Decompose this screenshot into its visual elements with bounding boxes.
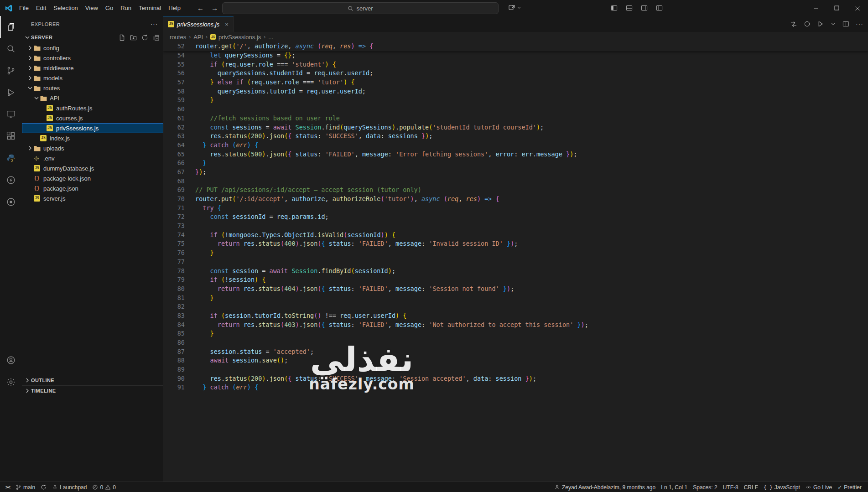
code-line[interactable]: 75 return res.status(400).json({ status:… — [163, 239, 868, 249]
timeline-section-header[interactable]: TIMELINE — [22, 385, 163, 396]
line-number[interactable]: 70 — [163, 195, 185, 204]
extensions-icon[interactable] — [0, 125, 22, 147]
code-line[interactable]: 59 } — [163, 96, 868, 105]
code-line[interactable]: 65 res.status(500).json({ status: 'FAILE… — [163, 150, 868, 159]
breadcrumb-item[interactable]: privSsessions.js — [218, 34, 261, 41]
line-number[interactable]: 80 — [163, 285, 185, 294]
tree-item-package-json[interactable]: {}package.json — [22, 183, 163, 193]
indentation-setting[interactable]: Spaces: 2 — [690, 482, 720, 492]
line-number[interactable]: 90 — [163, 374, 185, 383]
code-line[interactable]: 86 — [163, 338, 868, 347]
breadcrumb-item[interactable]: routes — [170, 34, 186, 41]
menu-terminal[interactable]: Terminal — [135, 0, 165, 16]
code-line[interactable]: 56 querySessions.studentId = req.user.us… — [163, 69, 868, 78]
problems-indicator[interactable]: 0 0 — [89, 482, 118, 492]
line-number[interactable]: 59 — [163, 96, 185, 105]
line-number[interactable]: 64 — [163, 141, 185, 150]
run-code-icon[interactable] — [817, 21, 824, 27]
settings-gear-icon[interactable] — [0, 371, 22, 393]
code-line[interactable]: 82 — [163, 302, 868, 311]
run-dropdown-icon[interactable] — [830, 21, 836, 27]
menu-selection[interactable]: Selection — [50, 0, 81, 16]
line-number[interactable]: 60 — [163, 105, 185, 114]
go-forward-icon[interactable]: → — [211, 4, 218, 12]
tree-item-index-js[interactable]: JSindex.js — [22, 133, 163, 143]
line-number[interactable]: 57 — [163, 78, 185, 87]
line-number[interactable]: 68 — [163, 177, 185, 186]
code-line[interactable]: 78 const session = await Session.findByI… — [163, 267, 868, 276]
line-number[interactable]: 89 — [163, 365, 185, 374]
line-number[interactable]: 67 — [163, 168, 185, 177]
code-line[interactable]: 60 — [163, 105, 868, 114]
code-line[interactable]: 55 if (req.user.role === 'student') { — [163, 60, 868, 69]
eol-setting[interactable]: CRLF — [741, 482, 761, 492]
minimize-button[interactable] — [805, 0, 826, 16]
customize-layout-icon[interactable] — [654, 3, 664, 13]
line-number[interactable]: 79 — [163, 275, 185, 285]
line-number[interactable]: 82 — [163, 302, 185, 311]
line-number[interactable]: 91 — [163, 383, 185, 392]
collapse-folders-icon[interactable] — [153, 34, 160, 41]
tree-item-api[interactable]: API — [22, 93, 163, 103]
tab-privssessions-js[interactable]: JS privSsessions.js × — [163, 16, 234, 32]
line-number[interactable]: 63 — [163, 132, 185, 141]
code-line[interactable]: 81 } — [163, 294, 868, 303]
new-file-icon[interactable] — [119, 34, 125, 41]
run-debug-icon[interactable] — [0, 82, 22, 104]
tree-item-package-lock-json[interactable]: {}package-lock.json — [22, 173, 163, 183]
line-number[interactable]: 72 — [163, 212, 185, 222]
encoding-setting[interactable]: UTF-8 — [720, 482, 741, 492]
line-number[interactable]: 76 — [163, 249, 185, 258]
code-line[interactable]: 70router.put('/:id/accept', authorize, a… — [163, 195, 868, 204]
menu-edit[interactable]: Edit — [32, 0, 50, 16]
search-sidebar-icon[interactable] — [0, 38, 22, 60]
code-area[interactable]: 52router.get('/', authorize, async (req,… — [163, 42, 868, 482]
circle-outline-icon[interactable] — [804, 21, 811, 27]
line-number[interactable]: 61 — [163, 114, 185, 123]
python-icon[interactable] — [0, 147, 22, 169]
code-line[interactable]: 54 let querySessions = {}; — [163, 51, 868, 60]
outline-section-header[interactable]: OUTLINE — [22, 375, 163, 385]
code-line[interactable]: 66 } — [163, 159, 868, 168]
source-control-icon[interactable] — [0, 60, 22, 82]
code-line[interactable]: 73 — [163, 222, 868, 231]
search-input[interactable]: server — [222, 2, 499, 14]
tree-item-routes[interactable]: routes — [22, 83, 163, 93]
remote-indicator[interactable]: >< — [3, 482, 13, 492]
branch-indicator[interactable]: main — [13, 482, 38, 492]
account-icon[interactable] — [0, 349, 22, 371]
menu-file[interactable]: File — [16, 0, 32, 16]
thunder-client-icon[interactable] — [0, 169, 22, 191]
close-tab-icon[interactable]: × — [225, 21, 229, 28]
tree-item-controllers[interactable]: controllers — [22, 53, 163, 63]
go-live-button[interactable]: Go Live — [803, 482, 835, 492]
cursor-position[interactable]: Ln 1, Col 1 — [658, 482, 690, 492]
code-line[interactable]: 89 — [163, 365, 868, 374]
new-folder-icon[interactable] — [130, 34, 137, 41]
code-line[interactable]: 63 res.status(200).json({ status: 'SUCCE… — [163, 132, 868, 141]
explorer-more-actions-icon[interactable]: ··· — [151, 21, 158, 27]
code-line[interactable]: 87 session.status = 'accepted'; — [163, 347, 868, 357]
code-line[interactable]: 52router.get('/', authorize, async (req,… — [163, 42, 868, 51]
chevron-down-icon[interactable] — [516, 5, 522, 10]
code-line[interactable]: 57 } else if (req.user.role === 'tutor')… — [163, 78, 868, 87]
sync-button[interactable] — [38, 482, 49, 492]
toggle-secondary-sidebar-icon[interactable] — [639, 3, 649, 13]
tree-item-dummydatabase-js[interactable]: JSdummyDatabase.js — [22, 163, 163, 173]
code-line[interactable]: 90 res.status(200).json({ status: 'SUCCE… — [163, 374, 868, 383]
sticky-scroll[interactable]: 52router.get('/', authorize, async (req,… — [163, 42, 868, 51]
code-line[interactable]: 69// PUT /api/sessions/:id/accept — acce… — [163, 186, 868, 195]
menu-run[interactable]: Run — [117, 0, 135, 16]
line-number[interactable]: 84 — [163, 321, 185, 330]
explorer-icon[interactable] — [0, 16, 22, 38]
new-window-icon[interactable] — [508, 4, 515, 11]
code-line[interactable]: 64 } catch (err) { — [163, 141, 868, 150]
code-line[interactable]: 84 return res.status(403).json({ status:… — [163, 321, 868, 330]
breadcrumb-item[interactable]: API — [193, 34, 203, 41]
menu-help[interactable]: Help — [165, 0, 184, 16]
line-number[interactable]: 66 — [163, 159, 185, 168]
code-line[interactable]: 62 const sessions = await Session.find(q… — [163, 123, 868, 132]
line-number[interactable]: 83 — [163, 311, 185, 321]
code-line[interactable]: 83 if (session.tutorId.toString() !== re… — [163, 311, 868, 321]
code-line[interactable]: 91 } catch (err) { — [163, 383, 868, 392]
